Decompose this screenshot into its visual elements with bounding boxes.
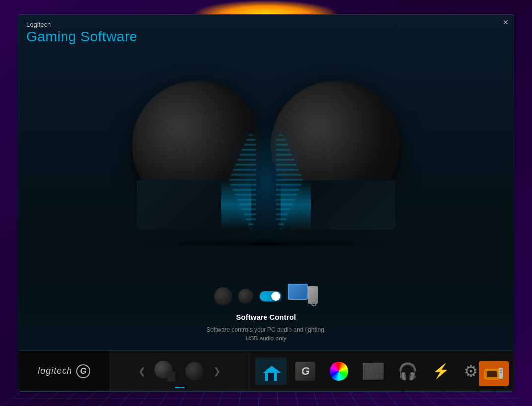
brand-name: Logitech xyxy=(26,21,51,28)
nav-item-headset[interactable]: 🎧 xyxy=(392,358,424,385)
mode-toggle[interactable] xyxy=(259,291,282,302)
nav-item-macro[interactable] xyxy=(357,359,390,384)
nav-item-keyboard[interactable]: G xyxy=(289,358,321,385)
close-button[interactable]: ✕ xyxy=(503,19,509,26)
device-nav-right[interactable]: ❯ xyxy=(211,364,223,379)
nav-item-lighting[interactable] xyxy=(324,358,354,385)
app-window: Logitech Gaming Software ✕ G xyxy=(18,14,514,392)
controls-section: ⚙ Software Control Software controls you… xyxy=(18,279,514,350)
nav-item-home[interactable] xyxy=(255,358,287,385)
device-icon-1[interactable] xyxy=(152,358,178,384)
g-logo-icon: G xyxy=(76,364,90,378)
logitech-text: logitech xyxy=(38,366,72,376)
svg-rect-1 xyxy=(487,371,497,377)
device-nav-left[interactable]: ❮ xyxy=(136,364,148,379)
headset-icon: 🎧 xyxy=(398,362,418,381)
pc-monitor xyxy=(288,284,308,300)
center-glow xyxy=(226,121,306,240)
toolbar-logo: logitech G xyxy=(18,351,110,391)
widget-icon xyxy=(484,365,504,383)
logitech-wordmark: logitech G xyxy=(38,364,90,378)
gear-overlay: ⚙ xyxy=(310,298,318,309)
title-bar: Logitech Gaming Software ✕ xyxy=(18,15,514,47)
mini-speaker-right[interactable] xyxy=(238,289,253,304)
software-icon: ⚙ xyxy=(288,284,318,309)
toolbar-nav: G xyxy=(249,351,514,391)
svg-rect-4 xyxy=(500,372,502,373)
toolbar: logitech G ❮ ❯ xyxy=(18,350,514,391)
app-title: Gaming Software xyxy=(26,29,506,45)
main-content: G xyxy=(18,47,514,350)
mode-description: Software controls your PC audio and ligh… xyxy=(206,325,326,343)
rgb-lighting-icon xyxy=(330,362,348,381)
arx-icon: ⚡ xyxy=(432,363,450,379)
toggle-knob xyxy=(271,292,280,301)
mini-speaker-left[interactable] xyxy=(214,287,232,305)
g-key-icon: G xyxy=(295,362,315,381)
toolbar-devices: ❮ ❯ xyxy=(110,351,249,391)
home-icon xyxy=(261,362,281,381)
mode-label: Software Control xyxy=(236,313,296,321)
device-icon-2[interactable] xyxy=(182,358,207,384)
control-row: ⚙ xyxy=(214,284,318,309)
orange-widget[interactable] xyxy=(479,361,509,386)
nav-item-arx[interactable]: ⚡ xyxy=(426,359,456,383)
macro-icon xyxy=(363,363,384,380)
settings-gear-icon: ⚙ xyxy=(464,362,478,381)
active-device-indicator xyxy=(175,387,185,388)
speakers-area: G xyxy=(18,47,514,279)
svg-rect-3 xyxy=(500,369,502,371)
